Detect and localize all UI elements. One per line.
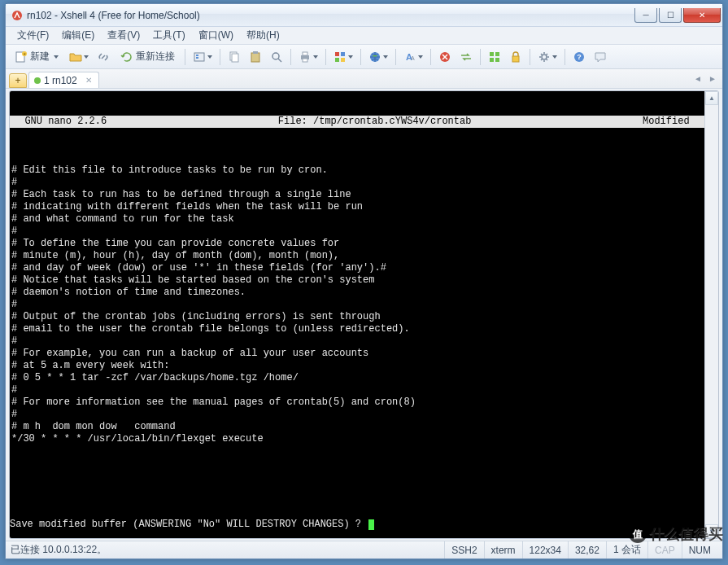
nano-prompt: Save modified buffer (ANSWERING "No" WIL… <box>10 519 704 531</box>
xftp-button[interactable] <box>456 48 476 66</box>
svg-rect-13 <box>303 52 307 55</box>
status-emulation: xterm <box>484 541 522 558</box>
svg-rect-8 <box>232 54 238 62</box>
dropdown-icon <box>207 55 212 59</box>
svg-rect-25 <box>490 58 494 62</box>
nano-body: # Edit this file to introduce tasks to b… <box>10 152 704 494</box>
separator <box>395 49 396 65</box>
new-icon: ★ <box>15 50 28 64</box>
search-icon <box>270 50 283 64</box>
open-button[interactable] <box>66 48 92 66</box>
session-tab[interactable]: 1 rn102 ✕ <box>28 72 99 88</box>
svg-rect-10 <box>253 51 258 54</box>
nano-version: GNU nano 2.2.6 <box>10 116 110 128</box>
svg-rect-23 <box>490 52 494 56</box>
menu-edit[interactable]: 编辑(E) <box>55 27 101 44</box>
reconnect-button[interactable]: 重新连接 <box>115 48 181 66</box>
tabbar: + 1 rn102 ✕ ◄ ► <box>6 69 722 89</box>
status-size: 122x34 <box>522 541 568 558</box>
copy-button[interactable] <box>225 48 244 66</box>
xagent-button[interactable] <box>435 48 455 66</box>
printer-icon <box>299 50 312 64</box>
app-window: rn102 - Xshell 4 (Free for Home/School) … <box>5 3 723 559</box>
menubar: 文件(F) 编辑(E) 查看(V) 工具(T) 窗口(W) 帮助(H) <box>6 27 722 45</box>
nano-modified: Modified <box>639 116 704 128</box>
svg-rect-16 <box>341 52 345 56</box>
tile-icon <box>488 50 501 64</box>
transfer-icon <box>460 50 473 64</box>
options-button[interactable] <box>534 48 560 66</box>
status-num: NUM <box>682 541 717 558</box>
plus-icon: + <box>15 75 20 86</box>
status-session: 1 会话 <box>606 541 647 558</box>
maximize-button[interactable]: ☐ <box>659 8 682 23</box>
new-label: 新建 <box>30 50 50 64</box>
chat-icon <box>594 50 607 64</box>
lock-icon <box>509 50 522 64</box>
window-title: rn102 - Xshell 4 (Free for Home/School) <box>27 10 633 21</box>
separator <box>360 49 361 65</box>
separator <box>220 49 220 65</box>
terminal[interactable]: GNU nano 2.2.6 File: /tmp/crontab.cYWS4v… <box>10 91 704 538</box>
tile-button[interactable] <box>485 48 504 66</box>
globe-icon <box>368 50 381 64</box>
tab-next-button[interactable]: ► <box>706 72 719 85</box>
paste-button[interactable] <box>246 48 265 66</box>
print-button[interactable] <box>295 48 321 66</box>
dropdown-icon <box>348 55 353 59</box>
titlebar[interactable]: rn102 - Xshell 4 (Free for Home/School) … <box>6 4 722 27</box>
app-icon <box>11 9 24 22</box>
status-caps: CAP <box>647 541 682 558</box>
tab-close-button[interactable]: ✕ <box>85 76 92 85</box>
svg-rect-18 <box>341 58 345 62</box>
lock-button[interactable] <box>506 48 525 66</box>
dropdown-icon <box>313 55 318 59</box>
svg-text:A: A <box>411 55 415 61</box>
gear-icon <box>538 50 551 64</box>
palette-icon <box>333 50 347 64</box>
dropdown-icon <box>84 55 89 59</box>
help-button[interactable]: ? <box>569 48 589 66</box>
link-button[interactable] <box>94 48 113 66</box>
dropdown-icon <box>54 55 59 59</box>
status-protocol: SSH2 <box>444 541 483 558</box>
svg-text:?: ? <box>577 53 582 61</box>
menu-file[interactable]: 文件(F) <box>11 27 55 44</box>
menu-tools[interactable]: 工具(T) <box>146 27 191 44</box>
font-button[interactable]: AA <box>400 48 426 66</box>
tab-prev-button[interactable]: ◄ <box>691 72 704 85</box>
close-button[interactable]: ✕ <box>683 8 721 23</box>
nano-header: GNU nano 2.2.6 File: /tmp/crontab.cYWS4v… <box>10 116 704 128</box>
svg-rect-14 <box>303 59 307 62</box>
new-session-button[interactable]: ★ 新建 <box>9 48 64 66</box>
search-button[interactable] <box>267 48 286 66</box>
minimize-button[interactable]: ─ <box>634 8 657 23</box>
font-icon: AA <box>403 50 416 64</box>
svg-rect-26 <box>495 58 499 62</box>
folder-open-icon <box>69 50 82 64</box>
properties-button[interactable] <box>190 48 216 66</box>
menu-window[interactable]: 窗口(W) <box>192 27 240 44</box>
terminal-container: GNU nano 2.2.6 File: /tmp/crontab.cYWS4v… <box>9 90 719 539</box>
dropdown-icon <box>552 55 557 59</box>
svg-rect-4 <box>194 53 204 61</box>
globe-button[interactable] <box>365 48 391 66</box>
scrollbar[interactable]: ▲ ▼ <box>704 91 718 538</box>
scroll-up-button[interactable]: ▲ <box>705 91 718 105</box>
chat-button[interactable] <box>591 48 610 66</box>
nano-file: File: /tmp/crontab.cYWS4v/crontab <box>110 116 639 128</box>
status-dot-icon <box>34 77 41 84</box>
svg-point-11 <box>272 53 279 59</box>
separator <box>565 49 565 65</box>
scroll-track[interactable] <box>705 105 718 524</box>
help-icon: ? <box>573 50 586 64</box>
menu-view[interactable]: 查看(V) <box>101 27 146 44</box>
svg-rect-15 <box>335 52 339 56</box>
properties-icon <box>193 50 206 64</box>
colors-button[interactable] <box>330 48 356 66</box>
watermark-text: 什么值得买 <box>650 524 723 544</box>
copy-icon <box>228 50 241 64</box>
new-tab-button[interactable]: + <box>9 73 27 88</box>
menu-help[interactable]: 帮助(H) <box>240 27 286 44</box>
watermark: 值 什么值得买 <box>629 524 723 544</box>
